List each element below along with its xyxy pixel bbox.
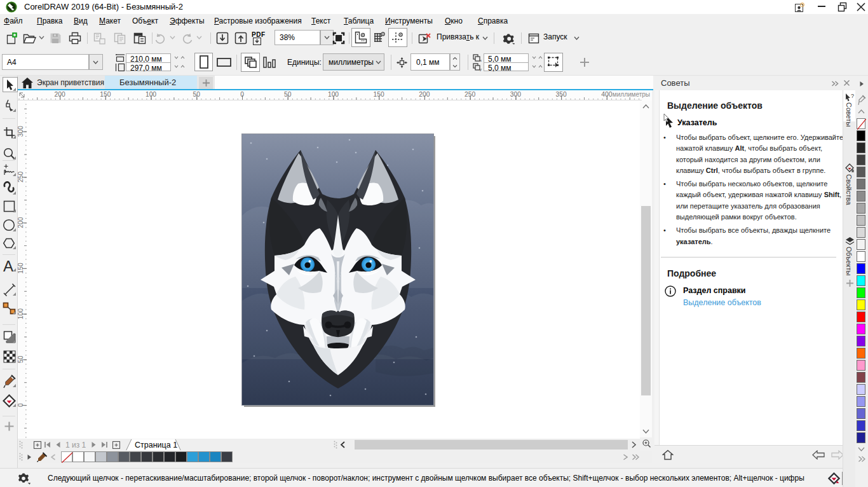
svg-text:300: 300 <box>510 91 521 98</box>
svg-text:0: 0 <box>240 91 244 98</box>
svg-text:100: 100 <box>146 91 156 98</box>
svg-text:200: 200 <box>419 91 430 98</box>
svg-text:?: ? <box>851 93 854 99</box>
svg-text:200: 200 <box>55 91 65 98</box>
svg-text:150: 150 <box>374 91 384 98</box>
svg-text:y: y <box>480 67 482 71</box>
svg-text:50: 50 <box>18 355 24 363</box>
svg-text:100: 100 <box>18 308 24 319</box>
svg-text:400: 400 <box>601 91 612 98</box>
svg-text:миллиметры: миллиметры <box>613 91 650 98</box>
svg-text:x: x <box>480 58 482 62</box>
svg-text:250: 250 <box>18 172 24 182</box>
svg-text:350: 350 <box>556 91 567 98</box>
svg-text:300: 300 <box>18 126 24 137</box>
svg-text:250: 250 <box>465 91 475 98</box>
svg-text:150: 150 <box>18 263 24 273</box>
svg-text:150: 150 <box>100 91 111 98</box>
svg-text:50: 50 <box>193 91 201 98</box>
svg-text:50: 50 <box>284 91 292 98</box>
svg-text:100: 100 <box>328 91 339 98</box>
svg-text:0: 0 <box>18 403 24 407</box>
svg-text:200: 200 <box>18 217 24 228</box>
